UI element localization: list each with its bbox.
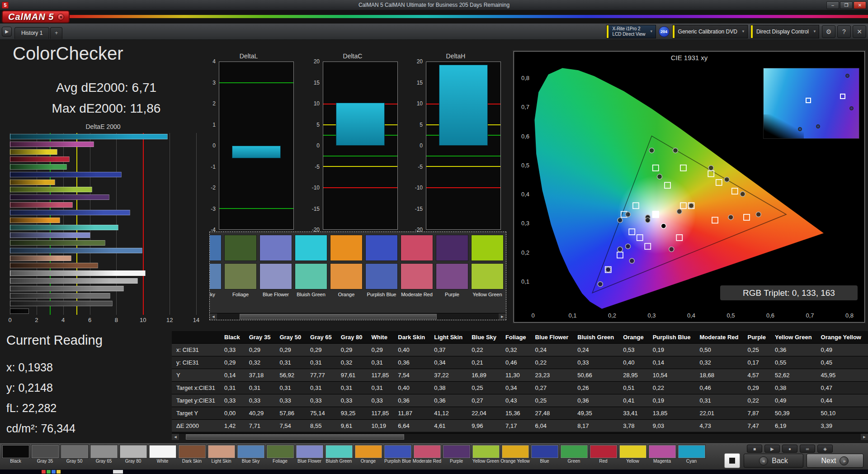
app-menu-icon[interactable]: 5 <box>2 2 9 9</box>
measured-swatch[interactable] <box>436 263 468 289</box>
patch-button[interactable]: Cyan <box>677 445 706 464</box>
back-button[interactable]: « Back <box>744 454 803 468</box>
patch-button[interactable]: Gray 50 <box>60 445 89 464</box>
taskbar-icon[interactable] <box>47 470 51 474</box>
capture-button[interactable]: ◈ <box>817 445 833 453</box>
workspace-close-button[interactable]: ✕ <box>853 25 866 38</box>
help-button[interactable]: ? <box>837 25 851 38</box>
taskbar-icon[interactable] <box>42 470 46 474</box>
swatch-scrollbar[interactable]: ◄ ► <box>210 313 506 320</box>
reference-swatch[interactable] <box>471 235 504 261</box>
table-row-label: y: CIE31 <box>172 356 220 369</box>
table-cell: 0,14 <box>220 369 245 382</box>
measured-swatch[interactable] <box>224 263 257 289</box>
history-nav-button[interactable]: ▶ <box>2 27 12 37</box>
calman-logo[interactable]: CalMAN 5 ▼ <box>2 10 70 23</box>
pattern-window-button[interactable] <box>724 453 740 468</box>
swatch-scroll-track[interactable] <box>217 313 499 320</box>
deltae-bar <box>10 278 138 284</box>
axis-tick-label: -3 <box>211 206 216 212</box>
measured-swatch[interactable] <box>209 263 222 289</box>
patch-button[interactable]: Blue Flower <box>295 445 324 464</box>
patch-button[interactable]: Gray 35 <box>30 445 60 464</box>
patch-button[interactable]: Purple <box>442 445 471 464</box>
reference-swatch[interactable] <box>224 235 257 261</box>
reference-swatch[interactable] <box>209 235 222 261</box>
patch-button[interactable]: Foliage <box>265 445 295 464</box>
play-button[interactable]: ▶ <box>764 445 780 453</box>
cie-measured-point <box>708 166 713 171</box>
table-scroll-thumb[interactable] <box>186 434 404 440</box>
patch-button[interactable]: Green <box>559 445 589 464</box>
maximize-button[interactable]: ❐ <box>840 1 853 9</box>
display-control-selector[interactable]: Direct Display Control ▼ <box>750 25 819 38</box>
meter-name: X-Rite i1Pro 2 <box>612 26 640 32</box>
measured-swatch[interactable] <box>259 263 292 289</box>
taskbar-window-item[interactable] <box>113 470 123 474</box>
meter-count-badge[interactable]: 204 <box>659 26 670 37</box>
measured-swatch[interactable] <box>365 263 398 289</box>
measured-swatch[interactable] <box>471 263 504 289</box>
patch-button[interactable]: Red <box>589 445 618 464</box>
reference-swatch[interactable] <box>259 235 292 261</box>
next-button[interactable]: Next » <box>807 454 863 468</box>
logo-menu-caret-icon[interactable]: ▼ <box>57 14 64 20</box>
patch-button[interactable]: Orange Yellow <box>500 445 530 464</box>
patch-button[interactable]: Blue Sky <box>236 445 265 464</box>
table-cell: 7,17 <box>501 420 531 432</box>
stop-button[interactable]: ■ <box>747 445 762 453</box>
taskbar-icon[interactable] <box>52 470 56 474</box>
scroll-left-icon[interactable]: ◄ <box>172 434 179 440</box>
patch-button[interactable]: Gray 80 <box>118 445 148 464</box>
patch-button[interactable]: Orange <box>354 445 383 464</box>
scroll-right-icon[interactable]: ► <box>861 434 868 440</box>
reference-swatch[interactable] <box>330 235 363 261</box>
table-cell: 0,31 <box>336 382 367 394</box>
table-row-label: Y <box>172 369 220 382</box>
patch-button[interactable]: Gray 65 <box>89 445 118 464</box>
patch-button[interactable]: Moderate Red <box>412 445 442 464</box>
measured-swatch[interactable] <box>330 263 363 289</box>
patch-button[interactable]: Blue <box>530 445 559 464</box>
table-scroll-track[interactable] <box>179 434 861 440</box>
add-tab-button[interactable]: + <box>50 27 62 39</box>
deltae-bar <box>10 232 90 238</box>
table-cell: 0,36 <box>429 394 467 407</box>
deltae-bar-row <box>10 225 196 230</box>
deltae-gridline <box>196 133 197 315</box>
source-selector[interactable]: Generic Calibration DVD ▼ <box>672 25 748 38</box>
patch-button[interactable]: Purplish Blue <box>383 445 412 464</box>
meter-selector[interactable]: X-Rite i1Pro 2 LCD Direct View ▼ <box>606 25 656 38</box>
reference-swatch[interactable] <box>401 235 433 261</box>
patch-button[interactable]: Yellow Green <box>471 445 500 464</box>
patch-swatch <box>384 445 411 458</box>
minimize-button[interactable]: – <box>826 1 839 9</box>
measured-swatch[interactable] <box>401 263 433 289</box>
deltae-bar <box>10 149 57 155</box>
measured-swatch[interactable] <box>295 263 327 289</box>
table-cell: 9,61 <box>336 420 367 432</box>
scroll-right-icon[interactable]: ► <box>499 313 506 320</box>
swatch-scroll-thumb[interactable] <box>240 314 437 319</box>
cie-target-point <box>653 165 659 171</box>
close-button[interactable]: ✕ <box>854 1 866 9</box>
patch-button[interactable]: Yellow <box>618 445 647 464</box>
settings-gear-button[interactable]: ⚙ <box>822 25 835 38</box>
patch-button[interactable]: Dark Skin <box>177 445 207 464</box>
reference-swatch[interactable] <box>295 235 327 261</box>
patch-button[interactable]: White <box>148 445 177 464</box>
patch-button[interactable]: Bluish Green <box>324 445 354 464</box>
patch-button[interactable]: Magenta <box>647 445 677 464</box>
axis-tick-label: 10 <box>314 100 320 107</box>
tab-history-1[interactable]: History 1 <box>14 27 49 39</box>
scroll-left-icon[interactable]: ◄ <box>210 313 217 320</box>
taskbar-icon[interactable] <box>57 470 61 474</box>
deltae-bar-row <box>10 248 196 253</box>
record-button[interactable]: ● <box>782 445 797 453</box>
loop-button[interactable]: ∞ <box>800 445 815 453</box>
reference-swatch[interactable] <box>436 235 468 261</box>
patch-button[interactable]: Black <box>1 445 30 464</box>
table-scrollbar[interactable]: ◄ ► <box>172 433 868 440</box>
patch-button[interactable]: Light Skin <box>207 445 236 464</box>
reference-swatch[interactable] <box>365 235 398 261</box>
